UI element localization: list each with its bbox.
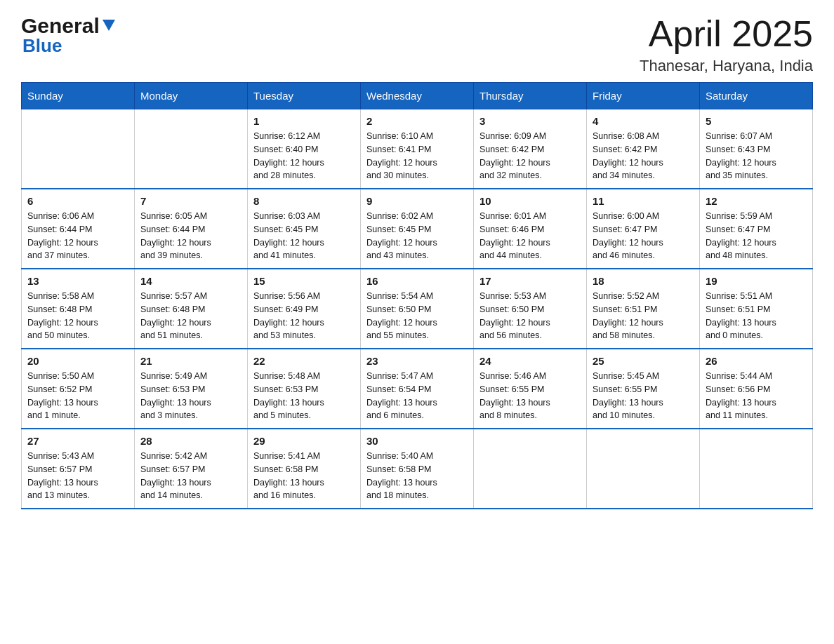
page-subtitle: Thanesar, Haryana, India [640,57,813,75]
day-number: 22 [253,355,355,367]
calendar-cell: 8Sunrise: 6:03 AM Sunset: 6:45 PM Daylig… [248,189,361,269]
day-info: Sunrise: 6:02 AM Sunset: 6:45 PM Dayligh… [366,210,468,262]
calendar-cell: 30Sunrise: 5:40 AM Sunset: 6:58 PM Dayli… [361,429,474,509]
calendar-cell: 20Sunrise: 5:50 AM Sunset: 6:52 PM Dayli… [22,349,135,429]
calendar-cell: 12Sunrise: 5:59 AM Sunset: 6:47 PM Dayli… [700,189,813,269]
calendar-cell: 23Sunrise: 5:47 AM Sunset: 6:54 PM Dayli… [361,349,474,429]
day-number: 8 [253,195,355,207]
calendar-week-row: 1Sunrise: 6:12 AM Sunset: 6:40 PM Daylig… [22,109,813,189]
day-number: 5 [706,115,807,127]
column-header-thursday: Thursday [474,83,587,109]
calendar-cell: 5Sunrise: 6:07 AM Sunset: 6:43 PM Daylig… [700,109,813,189]
day-info: Sunrise: 5:57 AM Sunset: 6:48 PM Dayligh… [140,290,241,342]
day-number: 9 [366,195,468,207]
calendar-cell: 26Sunrise: 5:44 AM Sunset: 6:56 PM Dayli… [700,349,813,429]
logo: General Blue [21,14,117,57]
logo-triangle-icon [101,17,117,32]
logo-general-text: General [21,14,100,38]
calendar-week-row: 20Sunrise: 5:50 AM Sunset: 6:52 PM Dayli… [22,349,813,429]
page-header: General Blue April 2025 Thanesar, Haryan… [21,14,813,75]
day-number: 6 [27,195,128,207]
calendar-header-row: SundayMondayTuesdayWednesdayThursdayFrid… [22,83,813,109]
calendar-cell: 4Sunrise: 6:08 AM Sunset: 6:42 PM Daylig… [587,109,700,189]
calendar-cell [587,429,700,509]
calendar-cell: 10Sunrise: 6:01 AM Sunset: 6:46 PM Dayli… [474,189,587,269]
calendar-cell: 7Sunrise: 6:05 AM Sunset: 6:44 PM Daylig… [135,189,248,269]
day-info: Sunrise: 6:03 AM Sunset: 6:45 PM Dayligh… [253,210,355,262]
day-info: Sunrise: 5:44 AM Sunset: 6:56 PM Dayligh… [706,370,807,422]
day-number: 12 [706,195,807,207]
day-number: 29 [253,435,355,447]
day-info: Sunrise: 5:58 AM Sunset: 6:48 PM Dayligh… [27,290,128,342]
column-header-tuesday: Tuesday [248,83,361,109]
calendar-cell: 3Sunrise: 6:09 AM Sunset: 6:42 PM Daylig… [474,109,587,189]
calendar-cell [22,109,135,189]
day-number: 2 [366,115,468,127]
calendar-cell: 21Sunrise: 5:49 AM Sunset: 6:53 PM Dayli… [135,349,248,429]
column-header-sunday: Sunday [22,83,135,109]
calendar-week-row: 27Sunrise: 5:43 AM Sunset: 6:57 PM Dayli… [22,429,813,509]
svg-marker-0 [102,20,115,31]
day-info: Sunrise: 6:12 AM Sunset: 6:40 PM Dayligh… [253,130,355,182]
day-info: Sunrise: 5:40 AM Sunset: 6:58 PM Dayligh… [366,450,468,502]
day-number: 15 [253,275,355,287]
day-info: Sunrise: 5:41 AM Sunset: 6:58 PM Dayligh… [253,450,355,502]
day-info: Sunrise: 5:51 AM Sunset: 6:51 PM Dayligh… [706,290,807,342]
calendar-cell: 6Sunrise: 6:06 AM Sunset: 6:44 PM Daylig… [22,189,135,269]
title-block: April 2025 Thanesar, Haryana, India [640,14,813,75]
day-info: Sunrise: 6:08 AM Sunset: 6:42 PM Dayligh… [593,130,694,182]
day-number: 30 [366,435,468,447]
day-info: Sunrise: 5:47 AM Sunset: 6:54 PM Dayligh… [366,370,468,422]
day-number: 17 [479,275,581,287]
day-info: Sunrise: 6:05 AM Sunset: 6:44 PM Dayligh… [140,210,241,262]
calendar-cell [700,429,813,509]
day-info: Sunrise: 5:49 AM Sunset: 6:53 PM Dayligh… [140,370,241,422]
calendar-cell: 19Sunrise: 5:51 AM Sunset: 6:51 PM Dayli… [700,269,813,349]
day-number: 16 [366,275,468,287]
day-info: Sunrise: 5:53 AM Sunset: 6:50 PM Dayligh… [479,290,581,342]
calendar-cell: 13Sunrise: 5:58 AM Sunset: 6:48 PM Dayli… [22,269,135,349]
day-info: Sunrise: 5:59 AM Sunset: 6:47 PM Dayligh… [706,210,807,262]
day-info: Sunrise: 5:56 AM Sunset: 6:49 PM Dayligh… [253,290,355,342]
day-info: Sunrise: 5:45 AM Sunset: 6:55 PM Dayligh… [593,370,694,422]
calendar-cell: 28Sunrise: 5:42 AM Sunset: 6:57 PM Dayli… [135,429,248,509]
day-info: Sunrise: 6:10 AM Sunset: 6:41 PM Dayligh… [366,130,468,182]
day-info: Sunrise: 5:46 AM Sunset: 6:55 PM Dayligh… [479,370,581,422]
day-number: 1 [253,115,355,127]
calendar-week-row: 6Sunrise: 6:06 AM Sunset: 6:44 PM Daylig… [22,189,813,269]
calendar-cell: 29Sunrise: 5:41 AM Sunset: 6:58 PM Dayli… [248,429,361,509]
day-info: Sunrise: 6:06 AM Sunset: 6:44 PM Dayligh… [27,210,128,262]
day-number: 24 [479,355,581,367]
day-number: 4 [593,115,694,127]
day-info: Sunrise: 5:50 AM Sunset: 6:52 PM Dayligh… [27,370,128,422]
day-number: 26 [706,355,807,367]
day-number: 23 [366,355,468,367]
day-info: Sunrise: 5:48 AM Sunset: 6:53 PM Dayligh… [253,370,355,422]
calendar-cell: 25Sunrise: 5:45 AM Sunset: 6:55 PM Dayli… [587,349,700,429]
calendar-week-row: 13Sunrise: 5:58 AM Sunset: 6:48 PM Dayli… [22,269,813,349]
calendar-cell: 22Sunrise: 5:48 AM Sunset: 6:53 PM Dayli… [248,349,361,429]
day-info: Sunrise: 6:01 AM Sunset: 6:46 PM Dayligh… [479,210,581,262]
day-number: 14 [140,275,241,287]
calendar-cell: 9Sunrise: 6:02 AM Sunset: 6:45 PM Daylig… [361,189,474,269]
column-header-wednesday: Wednesday [361,83,474,109]
page-title: April 2025 [640,14,813,54]
day-info: Sunrise: 6:00 AM Sunset: 6:47 PM Dayligh… [593,210,694,262]
day-info: Sunrise: 5:52 AM Sunset: 6:51 PM Dayligh… [593,290,694,342]
day-number: 27 [27,435,128,447]
day-number: 13 [27,275,128,287]
day-number: 3 [479,115,581,127]
logo-blue-text: Blue [22,35,62,56]
calendar-cell: 15Sunrise: 5:56 AM Sunset: 6:49 PM Dayli… [248,269,361,349]
calendar-cell: 16Sunrise: 5:54 AM Sunset: 6:50 PM Dayli… [361,269,474,349]
day-number: 19 [706,275,807,287]
day-number: 28 [140,435,241,447]
day-number: 10 [479,195,581,207]
day-number: 11 [593,195,694,207]
calendar-cell: 18Sunrise: 5:52 AM Sunset: 6:51 PM Dayli… [587,269,700,349]
day-number: 7 [140,195,241,207]
calendar-cell [135,109,248,189]
calendar-cell: 17Sunrise: 5:53 AM Sunset: 6:50 PM Dayli… [474,269,587,349]
calendar-table: SundayMondayTuesdayWednesdayThursdayFrid… [21,82,813,509]
day-info: Sunrise: 5:42 AM Sunset: 6:57 PM Dayligh… [140,450,241,502]
